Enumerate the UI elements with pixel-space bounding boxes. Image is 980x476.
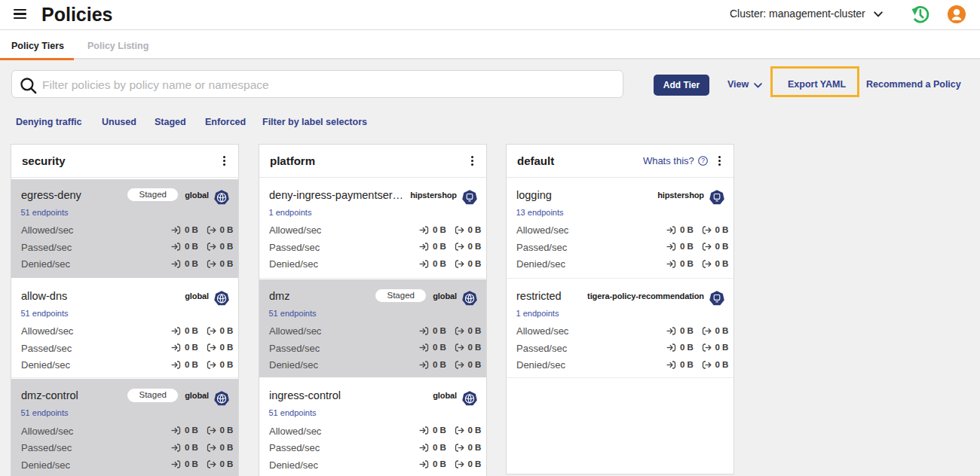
svg-text:?: ? [701, 157, 705, 164]
